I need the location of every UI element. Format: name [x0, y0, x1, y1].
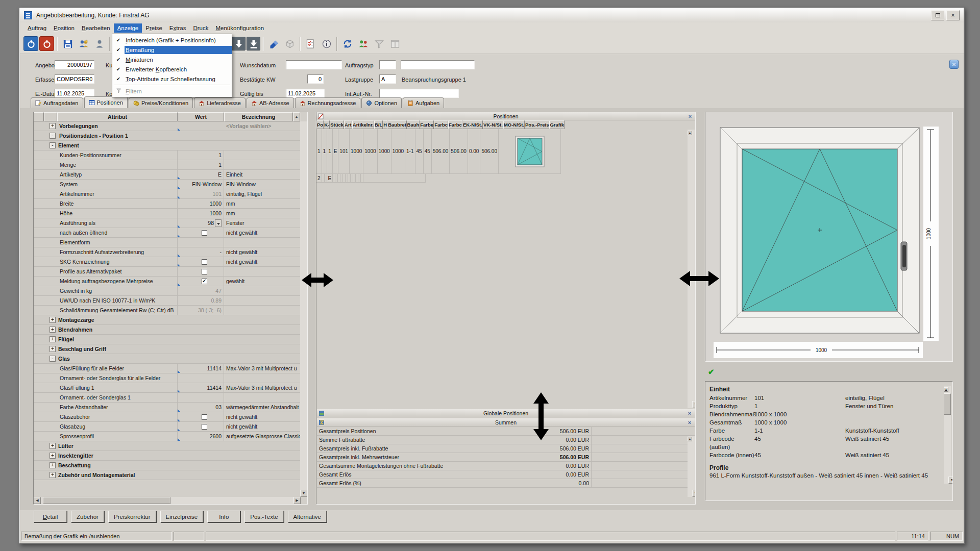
summen-scrollbar[interactable]: ▲ ▼ — [688, 436, 695, 497]
positions-column-header[interactable]: Baubrei — [387, 120, 406, 129]
horizontal-scrollbar[interactable]: ◀ ▶ — [34, 497, 301, 504]
tab[interactable]: Rechnungsadresse — [295, 97, 361, 108]
attribute-row[interactable]: Artikeltyp E Einheit — [34, 170, 307, 180]
column-bezeichnung[interactable]: Bezeichnung — [224, 112, 293, 121]
archive-button[interactable] — [282, 36, 297, 51]
positions-column-header[interactable]: Farbe — [420, 120, 434, 129]
close-positions-button[interactable]: × — [687, 113, 694, 119]
footer-button[interactable]: Pos.-Texte — [244, 511, 283, 522]
checkbox[interactable] — [202, 259, 207, 265]
expander-button[interactable]: + — [50, 453, 56, 459]
tab[interactable]: AB-Adresse — [247, 97, 294, 108]
attribute-row[interactable]: Höhe 1000 mm — [34, 209, 307, 218]
positions-column-header[interactable]: MO-N/St. — [503, 120, 525, 129]
expander-button[interactable]: + — [50, 336, 56, 342]
scroll-down-button[interactable]: ▼ — [692, 401, 696, 408]
scroll-up-button[interactable]: ▲ — [688, 437, 692, 441]
dropdown-button[interactable] — [215, 219, 222, 227]
scroll-right-button[interactable]: ▶ — [293, 497, 301, 504]
position-row[interactable]: 111E10110001000100010001-14545506.00506.… — [316, 129, 695, 174]
attribute-row[interactable]: - Positionsdaten - Position 1 — [34, 131, 307, 141]
expander-button[interactable]: + — [50, 327, 56, 333]
menu-option[interactable]: ✔ Bemaßung — [112, 45, 232, 55]
expander-button[interactable]: + — [50, 317, 56, 323]
footer-button[interactable]: Preiskorrektur — [108, 511, 156, 522]
footer-button[interactable]: Zubehör — [71, 511, 104, 522]
expander-button[interactable]: + — [50, 462, 56, 468]
attribute-row[interactable]: Kunden-Positionsnummer 1 — [34, 151, 307, 160]
layout-button[interactable] — [387, 36, 402, 51]
attribute-row[interactable]: System FIN-Window FIN-Window — [34, 180, 307, 189]
menu-item[interactable]: Bearbeiten — [78, 23, 114, 33]
attribute-row[interactable]: Glas/Füllung für alle Felder 11414 Max-V… — [34, 364, 307, 373]
expander-button[interactable]: + — [50, 472, 56, 478]
expander-button[interactable]: - — [50, 133, 56, 139]
positions-column-header[interactable]: Po — [316, 120, 324, 129]
menu-item[interactable]: Druck — [189, 23, 212, 33]
positions-column-header[interactable]: K- — [324, 120, 330, 129]
title-bar[interactable]: Angebotsbearbeitung, Kunde: Finstral AG … — [20, 8, 964, 22]
scroll-up-button[interactable]: ▲ — [293, 112, 300, 121]
checkbox[interactable] — [202, 269, 207, 274]
menu-option[interactable]: ✔ Top-Attribute zur Schnellerfassung — [112, 74, 232, 84]
info-button[interactable] — [319, 36, 334, 51]
attribute-row[interactable]: Glaszubehör nicht gewählt — [34, 412, 307, 422]
tab[interactable]: Preise/Konditionen — [129, 97, 193, 108]
attribute-row[interactable]: + Beschlag und Griff — [34, 344, 307, 354]
footer-button[interactable]: Info — [207, 511, 240, 522]
menu-item[interactable]: Auftrag — [24, 23, 50, 33]
attribute-row[interactable]: Breite 1000 mm — [34, 199, 307, 209]
delete-button[interactable] — [266, 36, 281, 51]
auftragstyp-text-field[interactable] — [401, 60, 475, 69]
scrollbar-thumb[interactable] — [944, 393, 951, 415]
tab[interactable]: Optionen — [361, 97, 402, 108]
tab[interactable]: Positionen — [84, 96, 128, 108]
menu-option[interactable]: ✔ Infobereich (Grafik + Positionsinfo) — [112, 35, 232, 45]
menu-item[interactable]: Position — [50, 23, 78, 33]
close-summen-button[interactable]: × — [686, 419, 693, 425]
attribute-row[interactable]: Profile aus Alternativpaket — [34, 267, 307, 277]
attribute-row[interactable]: + Zubehör und Montagematerial — [34, 470, 307, 480]
attribute-row[interactable]: - Element — [34, 141, 307, 151]
auftragstyp-field[interactable] — [379, 60, 396, 69]
menu-option[interactable]: Filtern — [112, 86, 232, 96]
attribute-row[interactable]: + Flügel — [34, 335, 307, 344]
attribute-row[interactable]: + Blendrahmen — [34, 325, 307, 335]
column-attribut[interactable]: Attribut — [57, 112, 178, 121]
attribute-row[interactable]: Schalldämmung Gesamtelement Rw (C; Ctr) … — [34, 306, 307, 315]
attribute-row[interactable]: Formzuschnitt Aufsatzverbreiterung - nic… — [34, 247, 307, 257]
positions-column-header[interactable]: Grafik — [549, 120, 564, 129]
positions-column-header[interactable]: EK-N/St. — [462, 120, 483, 129]
attribute-row[interactable]: Ausführung als 98 Fenster — [34, 218, 307, 228]
scroll-left-button[interactable]: ◀ — [34, 497, 41, 504]
attribute-row[interactable]: - Glas — [34, 354, 307, 364]
program-exit-button[interactable] — [39, 36, 54, 51]
vertical-scrollbar[interactable]: ▼ — [300, 121, 307, 497]
attribute-row[interactable]: Sprossenprofil 2600 aufgesetzte Glaspros… — [34, 432, 307, 441]
move-down-button[interactable] — [232, 37, 246, 51]
positions-column-header[interactable]: B/L — [374, 120, 383, 129]
positions-column-header[interactable]: Stück — [330, 120, 344, 129]
attribute-row[interactable]: UW/UD nach EN ISO 10077-1 in W/m²K 0.89 — [34, 296, 307, 306]
expander-button[interactable]: + — [50, 346, 56, 352]
menu-option[interactable]: ✔ Miniaturen — [112, 55, 232, 64]
positions-column-header[interactable]: Art — [344, 120, 352, 129]
attribute-row[interactable]: Elementform — [34, 238, 307, 247]
einheit-scrollbar[interactable]: ▲ ▼ — [944, 386, 951, 484]
attribute-row[interactable]: + Vorbelegungen <Vorlage wählen> — [34, 121, 307, 131]
attribute-row[interactable]: Gewicht in kg 47 — [34, 286, 307, 296]
customer-favorites-button[interactable] — [76, 36, 91, 51]
menu-item[interactable]: Preise — [142, 23, 166, 33]
menu-option[interactable]: ✔ Erweiterter Kopfbereich — [112, 64, 232, 74]
customer-button[interactable] — [92, 36, 107, 51]
menu-item[interactable]: Anzeige — [114, 23, 142, 33]
globale-positionen-bar[interactable]: Globale Positionen × — [317, 409, 695, 417]
contacts-button[interactable] — [356, 36, 371, 51]
scroll-down-button[interactable]: ▼ — [948, 477, 953, 484]
expander-button[interactable]: + — [50, 123, 56, 129]
attribute-row[interactable]: SKG Kennzeichnung nicht gewählt — [34, 257, 307, 267]
angebot-field[interactable] — [55, 60, 94, 69]
positions-column-header[interactable]: H — [383, 120, 387, 129]
close-globale-button[interactable]: × — [686, 410, 693, 416]
collapse-header-button[interactable]: ✕ — [949, 60, 959, 69]
